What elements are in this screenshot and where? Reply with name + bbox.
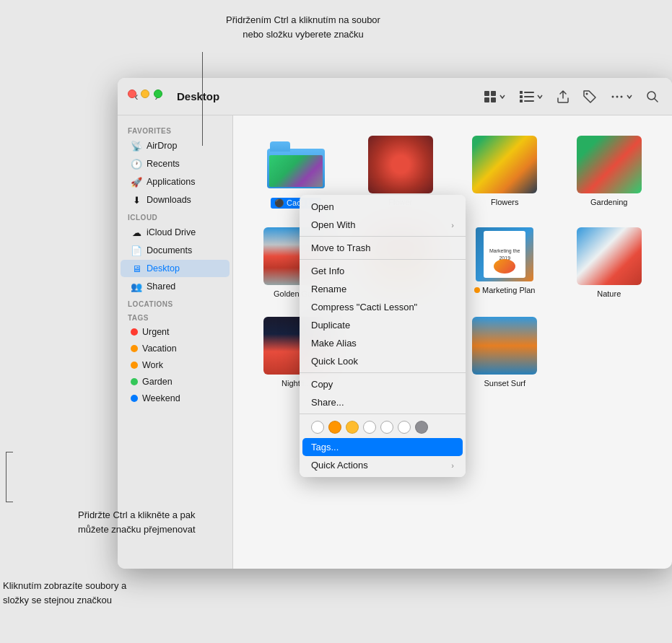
gardening-thumb — [577, 136, 642, 193]
flower-thumb — [368, 136, 433, 193]
favorites-label: Favorites — [118, 123, 232, 136]
file-item-gardening[interactable]: Gardening — [561, 130, 658, 214]
svg-rect-3 — [491, 97, 496, 102]
flowers-name-label: Flowers — [491, 198, 519, 206]
sidebar-shared-label: Shared — [147, 281, 175, 292]
menu-sep-1 — [300, 236, 466, 237]
tag-circle-gray[interactable] — [415, 421, 428, 434]
svg-point-12 — [616, 95, 619, 97]
menu-quick-look[interactable]: Quick Look — [300, 352, 466, 370]
search-button[interactable] — [643, 89, 662, 105]
menu-duplicate[interactable]: Duplicate — [300, 316, 466, 334]
menu-tags[interactable]: Tags... — [302, 438, 463, 456]
menu-quick-look-label: Quick Look — [311, 356, 358, 367]
tag-circle-orange[interactable] — [328, 421, 341, 434]
tag-circle-empty1[interactable] — [363, 421, 376, 434]
sidebar-downloads-label: Downloads — [147, 195, 191, 205]
menu-trash[interactable]: Move to Trash — [300, 239, 466, 257]
menu-make-alias[interactable]: Make Alias — [300, 334, 466, 352]
minimize-button[interactable] — [141, 89, 149, 98]
menu-compress-label: Compress "Cacti Lesson" — [311, 302, 417, 312]
share-icon — [557, 89, 570, 104]
garden-dot — [131, 378, 138, 385]
sidebar-urgent-label: Urgent — [142, 327, 170, 337]
sidebar-item-shared[interactable]: 👥 Shared — [121, 278, 230, 295]
sidebar-applications-label: Applications — [147, 177, 195, 187]
menu-quick-actions[interactable]: Quick Actions › — [300, 456, 466, 474]
context-menu: Open Open With › Move to Trash Get Info … — [300, 195, 466, 477]
svg-rect-7 — [524, 96, 534, 97]
share-button[interactable] — [554, 88, 572, 105]
tag-circle-yellow[interactable] — [346, 421, 359, 434]
tag-circle-none[interactable] — [311, 421, 324, 434]
menu-trash-label: Move to Trash — [311, 242, 370, 253]
file-item-nature[interactable]: Nature — [561, 222, 658, 304]
sidebar-item-airdrop[interactable]: 📡 AirDrop — [121, 137, 230, 154]
sidebar-item-downloads[interactable]: ⬇ Downloads — [121, 191, 230, 209]
menu-open-with[interactable]: Open With › — [300, 216, 466, 234]
nature-thumb — [577, 227, 642, 285]
sidebar-item-garden[interactable]: Garden — [121, 374, 230, 390]
menu-compress[interactable]: Compress "Cacti Lesson" — [300, 298, 466, 316]
toolbar-actions — [480, 88, 662, 105]
tags-label: Tags — [118, 310, 232, 323]
menu-share[interactable]: Share... — [300, 393, 466, 411]
menu-get-info[interactable]: Get Info — [300, 262, 466, 280]
finder-window: ‹ › Desktop — [118, 78, 672, 569]
svg-rect-8 — [520, 100, 523, 102]
annotation-bottom-left: Kliknutím zobrazíte soubory a složky se … — [3, 579, 136, 607]
downloads-icon: ⬇ — [131, 194, 142, 206]
gardening-name-label: Gardening — [590, 198, 627, 206]
sidebar-item-weekend[interactable]: Weekend — [121, 390, 230, 406]
file-item-marketing[interactable]: Marketing the 2019 Marketing Plan — [456, 222, 554, 304]
sidebar-item-icloud-drive[interactable]: ☁ iCloud Drive — [121, 224, 230, 241]
sidebar-icloud-drive-label: iCloud Drive — [147, 227, 196, 237]
menu-rename[interactable]: Rename — [300, 280, 466, 298]
file-item-sunset[interactable]: Sunset Surf — [456, 311, 554, 393]
group-view-button[interactable] — [516, 88, 546, 105]
sidebar-item-work[interactable]: Work — [121, 357, 230, 373]
marketing-tag-dot — [474, 287, 480, 293]
nature-name-label: Nature — [597, 289, 621, 298]
open-with-chevron-icon: › — [451, 221, 454, 229]
sidebar-vacation-label: Vacation — [142, 344, 177, 354]
svg-rect-6 — [520, 95, 523, 98]
more-button[interactable] — [607, 88, 636, 105]
sidebar-item-recents[interactable]: 🕐 Recents — [121, 155, 230, 172]
desktop-icon: 🖥 — [131, 263, 142, 274]
grid-view-button[interactable] — [480, 88, 509, 105]
svg-rect-5 — [524, 92, 534, 93]
tag-button[interactable] — [580, 88, 600, 105]
sidebar-item-applications[interactable]: 🚀 Applications — [121, 173, 230, 191]
file-item-flowers[interactable]: Flowers — [456, 130, 554, 214]
sidebar-item-documents[interactable]: 📄 Documents — [121, 242, 230, 259]
menu-open[interactable]: Open — [300, 198, 466, 216]
maximize-button[interactable] — [154, 89, 162, 98]
tag-circle-empty3[interactable] — [398, 421, 411, 434]
svg-rect-0 — [484, 91, 489, 96]
tag-circle-empty2[interactable] — [380, 421, 393, 434]
grid-view-chevron-icon — [499, 93, 506, 100]
tag-icon — [582, 89, 597, 104]
sidebar: Favorites 📡 AirDrop 🕐 Recents 🚀 Applicat… — [118, 115, 233, 569]
svg-point-11 — [612, 95, 614, 97]
sidebar-airdrop-label: AirDrop — [147, 141, 177, 151]
shared-icon: 👥 — [131, 281, 142, 292]
sidebar-item-desktop[interactable]: 🖥 Desktop — [121, 260, 230, 277]
airdrop-icon: 📡 — [131, 140, 142, 152]
work-dot — [131, 362, 138, 369]
menu-copy[interactable]: Copy — [300, 375, 466, 393]
sidebar-item-urgent[interactable]: Urgent — [121, 324, 230, 340]
sidebar-recents-label: Recents — [147, 159, 180, 169]
weekend-dot — [131, 395, 138, 402]
content-area: Favorites 📡 AirDrop 🕐 Recents 🚀 Applicat… — [118, 115, 672, 569]
more-icon — [610, 89, 624, 104]
marketing-name-row: Marketing Plan — [474, 286, 535, 294]
locations-label: Locations — [118, 296, 232, 310]
traffic-lights — [118, 78, 173, 110]
recents-icon: 🕐 — [131, 158, 142, 170]
menu-get-info-label: Get Info — [311, 266, 344, 276]
close-button[interactable] — [128, 89, 136, 98]
sidebar-item-vacation[interactable]: Vacation — [121, 341, 230, 357]
flowers-thumb — [472, 136, 537, 193]
